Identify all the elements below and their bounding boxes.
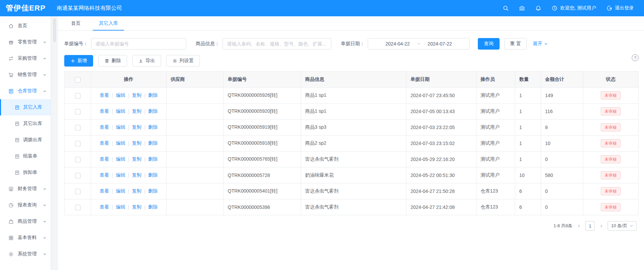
scrollbar-thumb[interactable] — [53, 18, 56, 42]
sidebar-item-finance[interactable]: 财务管理 — [0, 181, 51, 197]
row-action-delete[interactable]: 删除 — [148, 156, 158, 162]
export-button[interactable]: 导出 — [132, 55, 161, 67]
row-action-delete[interactable]: 删除 — [148, 188, 158, 194]
action-separator: | — [144, 204, 145, 210]
row-checkbox[interactable] — [75, 173, 81, 178]
row-checkbox[interactable] — [75, 205, 81, 210]
row-actions: 查看|编辑|复制|删除 — [100, 92, 158, 98]
row-action-copy[interactable]: 复制 — [132, 92, 141, 98]
row-action-delete[interactable]: 删除 — [148, 124, 158, 130]
sidebar-item-home[interactable]: 首页 — [0, 18, 51, 34]
row-action-copy[interactable]: 复制 — [132, 172, 141, 178]
table-header-row: 操作 供应商 单据编号 商品信息 单据日期 操作员 数量 金额合计 状态 — [65, 72, 639, 88]
delete-button[interactable]: 删除 — [98, 55, 127, 67]
tab-home[interactable]: 首页 — [68, 16, 83, 30]
row-action-copy[interactable]: 复制 — [132, 140, 141, 146]
pagination-prev-button[interactable] — [576, 221, 582, 231]
cell-bill-date: 2024-07-03 23:15:02 — [406, 136, 476, 151]
help-icon[interactable]: ? — [632, 54, 639, 61]
header-actions: 欢迎您, 测试用户 退出登录 — [503, 5, 644, 11]
row-action-view[interactable]: 查看 — [100, 92, 109, 98]
row-action-delete[interactable]: 删除 — [148, 204, 158, 210]
row-action-copy[interactable]: 复制 — [132, 156, 141, 162]
reset-button[interactable]: 重置 — [504, 38, 527, 50]
row-checkbox[interactable] — [75, 157, 81, 162]
row-action-view[interactable]: 查看 — [100, 204, 109, 210]
search-button[interactable]: 查询 — [478, 38, 500, 50]
pagination-next-button[interactable] — [598, 221, 604, 231]
bill-no-input[interactable] — [91, 38, 186, 50]
sidebar-item-products[interactable]: 商品管理 — [0, 213, 51, 230]
pagination-page-1[interactable]: 1 — [585, 221, 595, 231]
search-icon[interactable] — [503, 5, 509, 11]
sidebar-item-assembly[interactable]: 组装单 — [0, 148, 51, 164]
date-range-picker[interactable]: 2024-04-22 ~ 2024-07-22 — [368, 38, 470, 50]
row-action-copy[interactable]: 复制 — [132, 124, 141, 130]
sidebar-item-basic-data[interactable]: 基本资料 — [0, 230, 51, 246]
row-action-copy[interactable]: 复制 — [132, 108, 141, 114]
row-action-copy[interactable]: 复制 — [132, 188, 141, 194]
row-action-view[interactable]: 查看 — [100, 156, 109, 162]
cell-bill-no: QTRK00000005926[转] — [224, 88, 301, 104]
date-from[interactable]: 2024-04-22 — [385, 41, 410, 47]
row-action-view[interactable]: 查看 — [100, 108, 109, 114]
row-action-edit[interactable]: 编辑 — [116, 140, 125, 146]
row-action-edit[interactable]: 编辑 — [116, 172, 125, 178]
sidebar-item-warehouse[interactable]: 仓库管理 — [0, 83, 51, 99]
page-size-select[interactable]: 10 条/页 — [608, 221, 637, 231]
sidebar-item-retail[interactable]: 零售管理 — [0, 34, 51, 50]
row-checkbox[interactable] — [75, 93, 81, 98]
row-action-edit[interactable]: 编辑 — [116, 204, 125, 210]
cell-product-info: 商品3 sp3 — [301, 120, 406, 136]
sidebar-item-label: 基本资料 — [18, 235, 37, 241]
sidebar-item-disassembly[interactable]: 拆卸单 — [0, 164, 51, 181]
sidebar-item-reports[interactable]: 报表查询 — [0, 197, 51, 213]
bell-icon[interactable] — [535, 5, 541, 11]
row-action-delete[interactable]: 删除 — [148, 92, 158, 98]
sidebar-item-system[interactable]: 系统管理 — [0, 246, 51, 262]
row-checkbox[interactable] — [75, 109, 81, 114]
add-button[interactable]: 新增 — [64, 55, 93, 67]
product-info-label: 商品信息： — [196, 41, 220, 47]
row-action-delete[interactable]: 删除 — [148, 108, 158, 114]
row-checkbox[interactable] — [75, 141, 81, 146]
row-action-delete[interactable]: 删除 — [148, 172, 158, 178]
row-action-edit[interactable]: 编辑 — [116, 156, 125, 162]
table-row: 查看|编辑|复制|删除 QTRK00000005728 奶油味爆米花 2024-… — [65, 167, 639, 183]
sidebar-item-transfer-outbound[interactable]: 调拨出库 — [0, 132, 51, 148]
row-checkbox[interactable] — [75, 189, 81, 194]
date-to[interactable]: 2024-07-22 — [428, 41, 452, 47]
welcome-user[interactable]: 欢迎您, 测试用户 — [552, 5, 596, 11]
tab-other-inbound[interactable]: 其它入库 — [96, 16, 121, 30]
filter-bar: 单据编号： 商品信息： 单据日期： 2024-04-22 ~ 2024-07-2… — [64, 38, 639, 50]
expand-toggle[interactable]: 展开 — [533, 41, 548, 47]
row-action-edit[interactable]: 编辑 — [116, 92, 125, 98]
row-action-view[interactable]: 查看 — [100, 124, 109, 130]
row-action-view[interactable]: 查看 — [100, 188, 109, 194]
tab-bar: 首页 其它入库 — [58, 16, 644, 31]
row-action-edit[interactable]: 编辑 — [116, 188, 125, 194]
row-actions: 查看|编辑|复制|删除 — [100, 140, 158, 146]
logout-button[interactable]: 退出登录 — [606, 5, 634, 11]
select-all-checkbox[interactable] — [75, 77, 81, 83]
row-action-edit[interactable]: 编辑 — [116, 124, 125, 130]
file-icon — [8, 88, 14, 94]
action-separator: | — [112, 141, 113, 146]
row-action-copy[interactable]: 复制 — [132, 204, 141, 210]
sidebar-item-purchase[interactable]: 采购管理 — [0, 50, 51, 67]
row-action-delete[interactable]: 删除 — [148, 140, 158, 146]
column-settings-button[interactable]: 列设置 — [166, 55, 200, 67]
bank-icon[interactable] — [519, 5, 525, 11]
sidebar-scrollbar[interactable] — [51, 16, 58, 270]
action-separator: | — [144, 157, 145, 162]
row-checkbox[interactable] — [75, 125, 81, 130]
row-action-edit[interactable]: 编辑 — [116, 108, 125, 114]
row-action-view[interactable]: 查看 — [100, 172, 109, 178]
sidebar-item-other-outbound[interactable]: 其它出库 — [0, 115, 51, 132]
sidebar-item-other-inbound[interactable]: 其它入库 — [0, 99, 51, 115]
cell-operator: 测试用户 — [476, 120, 515, 136]
sidebar-item-sales[interactable]: 销售管理 — [0, 67, 51, 83]
row-action-view[interactable]: 查看 — [100, 140, 109, 146]
product-info-input[interactable] — [223, 38, 331, 50]
gear-icon — [8, 251, 14, 257]
